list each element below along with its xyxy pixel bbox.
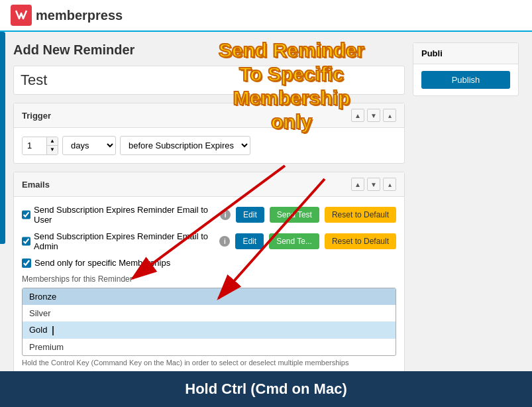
email-admin-sendtest-btn[interactable]: Send Te... [269, 233, 319, 249]
top-bar: memberpress [0, 0, 532, 32]
specific-memberships-label[interactable]: Send only for specific Memberships [22, 258, 396, 268]
publish-panel-header: Publi [413, 43, 518, 64]
logo: memberpress [11, 5, 123, 26]
email-admin-reset-btn[interactable]: Reset to Default [325, 233, 396, 249]
sidebar: Publi Publish [413, 42, 519, 383]
emails-panel-controls: ▲ ▼ ▴ [351, 178, 396, 191]
trigger-num-input[interactable] [23, 137, 46, 154]
logo-label: memberpress [36, 8, 123, 23]
emails-panel-header: Emails ▲ ▼ ▴ [14, 172, 404, 197]
trigger-collapse-up[interactable]: ▲ [351, 109, 364, 122]
email-user-sendtest-btn[interactable]: Send Test [270, 207, 319, 223]
trigger-panel-header: Trigger ▲ ▼ ▴ [14, 103, 404, 128]
page-title: Add New Reminder [13, 42, 405, 58]
email-user-text: Send Subscription Expires Reminder Email… [34, 205, 215, 225]
emails-collapse-down[interactable]: ▼ [367, 178, 380, 191]
memberships-listbox[interactable]: Bronze Silver Gold Premium [22, 288, 396, 356]
email-user-checkbox[interactable] [22, 210, 30, 219]
trigger-spinners: ▲ ▼ [46, 137, 58, 154]
trigger-pin[interactable]: ▴ [383, 109, 396, 122]
trigger-spin-down[interactable]: ▼ [47, 146, 58, 154]
trigger-unit-select[interactable]: days weeks months [62, 136, 116, 155]
email-admin-text: Send Subscription Expires Reminder Email… [34, 231, 214, 251]
emails-panel-body: Send Subscription Expires Reminder Email… [14, 197, 404, 375]
emails-panel-title: Emails [22, 180, 50, 190]
publish-button[interactable]: Publish [421, 71, 510, 89]
email-user-info-icon[interactable]: i [220, 209, 231, 220]
listbox-item-gold[interactable]: Gold [23, 321, 396, 339]
emails-collapse-up[interactable]: ▲ [351, 178, 364, 191]
trigger-collapse-down[interactable]: ▼ [367, 109, 380, 122]
email-user-reset-btn[interactable]: Reset to Default [325, 207, 396, 223]
memberships-hint: Hold the Control Key (Command Key on the… [22, 359, 396, 367]
left-accent-bar [0, 32, 5, 244]
trigger-panel-body: ▲ ▼ days weeks months before Subscriptio… [14, 128, 404, 163]
email-user-label[interactable]: Send Subscription Expires Reminder Email… [22, 205, 215, 225]
bottom-bar: Hold Ctrl (Cmd on Mac) [0, 371, 532, 407]
email-row-admin: Send Subscription Expires Reminder Email… [22, 231, 396, 251]
publish-panel-body: Publish [413, 64, 518, 95]
email-admin-edit-btn[interactable]: Edit [235, 233, 264, 249]
email-admin-label[interactable]: Send Subscription Expires Reminder Email… [22, 231, 214, 251]
memberships-section-label: Memberships for this Reminder [22, 274, 396, 284]
bottom-bar-text: Hold Ctrl (Cmd on Mac) [185, 380, 346, 397]
email-admin-info-icon[interactable]: i [219, 236, 230, 247]
trigger-panel-title: Trigger [22, 111, 51, 121]
emails-panel: Emails ▲ ▼ ▴ Send Subscription Expires R… [13, 172, 405, 375]
left-content: Add New Reminder Trigger ▲ ▼ ▴ ▲ [13, 42, 405, 383]
main-content: Add New Reminder Trigger ▲ ▼ ▴ ▲ [0, 32, 532, 394]
publish-panel: Publi Publish [413, 42, 519, 96]
listbox-item-bronze[interactable]: Bronze [23, 288, 396, 305]
trigger-num-input-group: ▲ ▼ [22, 137, 58, 155]
emails-pin[interactable]: ▴ [383, 178, 396, 191]
trigger-row: ▲ ▼ days weeks months before Subscriptio… [22, 136, 396, 155]
publish-title: Publi [421, 48, 443, 58]
specific-memberships-text: Send only for specific Memberships [34, 258, 170, 268]
memberships-section: Memberships for this Reminder Bronze Sil… [22, 274, 396, 367]
listbox-item-premium[interactable]: Premium [23, 339, 396, 355]
trigger-panel-controls: ▲ ▼ ▴ [351, 109, 396, 122]
email-user-edit-btn[interactable]: Edit [236, 207, 264, 223]
trigger-event-select[interactable]: before Subscription Expires after Subscr… [120, 136, 250, 155]
listbox-item-silver[interactable]: Silver [23, 305, 396, 321]
specific-memberships-checkbox[interactable] [22, 259, 31, 268]
email-admin-checkbox[interactable] [22, 237, 30, 246]
email-row-user: Send Subscription Expires Reminder Email… [22, 205, 396, 225]
specific-memberships-row: Send only for specific Memberships [22, 258, 396, 268]
reminder-title-input[interactable] [13, 66, 405, 95]
logo-icon [11, 5, 32, 26]
trigger-spin-up[interactable]: ▲ [47, 137, 58, 146]
trigger-panel: Trigger ▲ ▼ ▴ ▲ ▼ [13, 103, 405, 164]
